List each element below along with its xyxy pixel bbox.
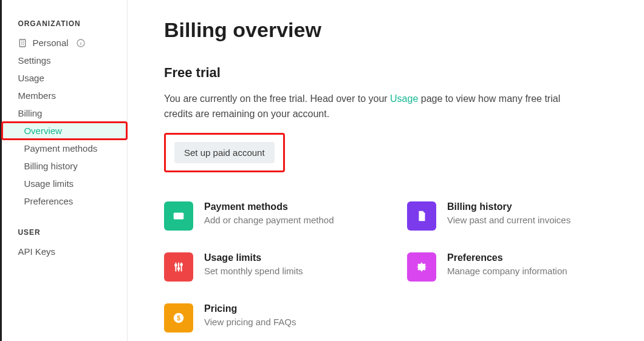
sidebar-item-label: Billing	[18, 108, 42, 118]
sidebar-subitem-usage-limits[interactable]: Usage limits	[2, 175, 127, 192]
tile-title: Payment methods	[204, 201, 334, 212]
usage-link[interactable]: Usage	[390, 93, 418, 104]
dollar-circle-icon: $	[164, 303, 193, 333]
svg-point-6	[180, 263, 182, 265]
sidebar-item-label: Settings	[18, 55, 50, 66]
tile-title: Pricing	[204, 303, 296, 314]
tile-subtitle: View pricing and FAQs	[204, 317, 296, 327]
tile-title: Preferences	[447, 252, 567, 263]
page-title: Billing overview	[164, 18, 614, 42]
sidebar-item-label: Members	[18, 90, 56, 101]
sidebar-section-user-wrap: USER API Keys	[2, 228, 127, 260]
setup-paid-account-button[interactable]: Set up paid account	[174, 142, 275, 163]
tile-preferences[interactable]: Preferences Manage company information	[407, 252, 614, 282]
tile-subtitle: View past and current invoices	[447, 215, 570, 225]
trial-text-before: You are currently on the free trial. Hea…	[164, 93, 390, 104]
sidebar-subitem-payment-methods[interactable]: Payment methods	[2, 140, 127, 157]
sidebar-item-label: Billing history	[24, 161, 77, 171]
trial-description: You are currently on the free trial. Hea…	[164, 92, 565, 122]
main-content: Billing overview Free trial You are curr…	[128, 0, 644, 341]
sidebar-section-user: USER	[2, 228, 127, 243]
sidebar: ORGANIZATION Personal Settings Usage Mem…	[2, 0, 128, 341]
sidebar-item-label: Payment methods	[24, 143, 97, 154]
sidebar-item-personal[interactable]: Personal	[2, 34, 127, 52]
tile-subtitle: Manage company information	[447, 266, 567, 276]
sidebar-item-label: Overview	[24, 126, 62, 136]
svg-rect-3	[174, 215, 184, 216]
tile-subtitle: Add or change payment method	[204, 215, 334, 225]
tile-subtitle: Set monthly spend limits	[204, 266, 303, 276]
svg-text:$: $	[177, 314, 180, 321]
svg-rect-0	[20, 39, 26, 47]
sidebar-subitem-overview[interactable]: Overview	[2, 122, 127, 140]
sidebar-item-label: Personal	[32, 38, 68, 48]
credit-card-icon	[164, 201, 193, 231]
sidebar-item-label: Usage limits	[24, 178, 74, 189]
sidebar-item-label: Usage	[18, 73, 44, 83]
section-title-free-trial: Free trial	[164, 65, 614, 81]
sidebar-item-label: Preferences	[24, 196, 73, 206]
sidebar-item-members[interactable]: Members	[2, 87, 127, 104]
document-icon	[407, 201, 436, 231]
svg-point-4	[175, 264, 177, 266]
svg-point-5	[178, 268, 180, 269]
sidebar-subitem-billing-history[interactable]: Billing history	[2, 157, 127, 175]
info-icon	[76, 38, 86, 48]
tile-title: Usage limits	[204, 252, 303, 263]
sidebar-item-api-keys[interactable]: API Keys	[2, 243, 127, 260]
sidebar-item-usage[interactable]: Usage	[2, 69, 127, 87]
billing-tiles: Payment methods Add or change payment me…	[164, 201, 614, 333]
sliders-icon	[164, 252, 193, 282]
sidebar-item-billing[interactable]: Billing	[2, 104, 127, 122]
sidebar-section-organization: ORGANIZATION	[2, 19, 127, 34]
sidebar-item-settings[interactable]: Settings	[2, 52, 127, 69]
setup-paid-account-highlight: Set up paid account	[164, 133, 285, 172]
sidebar-item-label: API Keys	[18, 246, 55, 257]
tile-payment-methods[interactable]: Payment methods Add or change payment me…	[164, 201, 371, 231]
tile-title: Billing history	[447, 201, 570, 212]
tile-usage-limits[interactable]: Usage limits Set monthly spend limits	[164, 252, 371, 282]
gear-icon	[407, 252, 436, 282]
tile-pricing[interactable]: $ Pricing View pricing and FAQs	[164, 303, 371, 333]
tile-billing-history[interactable]: Billing history View past and current in…	[407, 201, 614, 231]
sidebar-subitem-preferences[interactable]: Preferences	[2, 192, 127, 210]
building-icon	[18, 38, 27, 48]
